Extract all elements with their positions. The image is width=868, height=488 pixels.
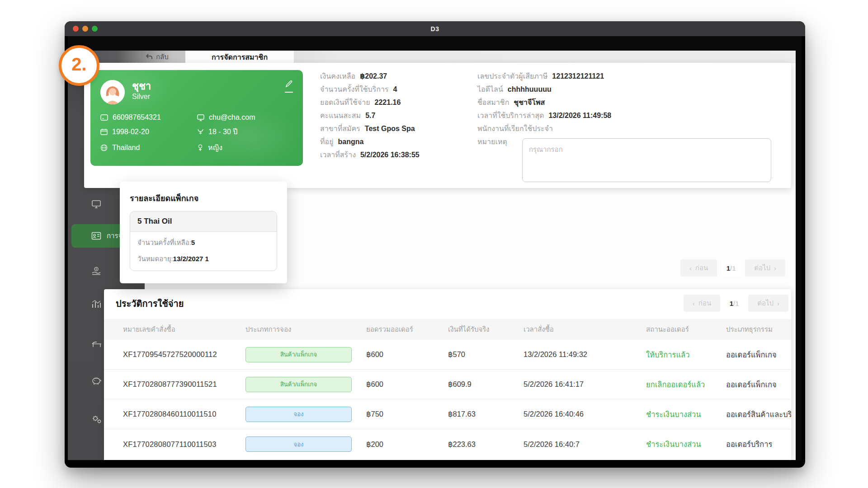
member-phone: 660987654321: [100, 113, 197, 122]
package-popup-title: รายละเอียดแพ็กเกจ: [120, 182, 287, 211]
prev-page-button[interactable]: ‹ ก่อน: [680, 259, 717, 277]
note-label: หมายเหตุ: [477, 138, 507, 145]
info-value: ฿202.37: [360, 72, 387, 80]
cell-status: ยกเลิกออเดอร์แล้ว: [646, 379, 726, 390]
cell-total: ฿750: [366, 410, 448, 418]
table-row[interactable]: XF17702808077110011503 จอง ฿200 ฿223.63 …: [104, 429, 791, 459]
member-card-icon: [91, 232, 101, 240]
cell-received: ฿817.63: [448, 410, 524, 418]
stats-icon: [91, 300, 101, 309]
edit-member-button[interactable]: [285, 80, 293, 93]
prev-page-button[interactable]: ‹ ก่อน: [684, 295, 720, 312]
cell-time: 13/2/2026 11:49:32: [524, 350, 646, 359]
cell-transaction-type: ออเดอร์แพ็กเกจ: [726, 349, 791, 361]
member-detail-panel: ชุชา Silver 6: [84, 63, 791, 188]
back-button-label: กลับ: [156, 52, 169, 62]
package-remaining: จำนวนครั้งที่เหลือ:5: [137, 237, 269, 248]
cell-time: 5/2/2026 16:41:17: [524, 380, 646, 389]
booking-type-badge: จอง: [245, 407, 352, 422]
tab-label: การจัดการสมาชิก: [212, 52, 268, 63]
col-header: เวลาสั่งซื้อ: [524, 324, 646, 335]
col-header: ยอดรวมออเดอร์: [366, 324, 448, 335]
history-table-header: หมายเลขคำสั่งซื้อ ประเภทการจอง ยอดรวมออเ…: [104, 319, 791, 340]
info-label: คะแนนสะสม: [320, 112, 361, 119]
cell-received: ฿570: [448, 350, 524, 359]
booking-type-badge: สินค้า/แพ็กเกจ: [245, 347, 352, 362]
next-page-button[interactable]: ต่อไป ›: [748, 295, 788, 312]
close-window-icon[interactable]: [73, 26, 79, 32]
cell-total: ฿200: [366, 440, 448, 449]
back-button[interactable]: กลับ: [139, 51, 175, 63]
note-input[interactable]: [522, 138, 771, 182]
table-row[interactable]: XF17709545727520000112 สินค้า/แพ็กเกจ ฿6…: [104, 340, 791, 370]
cell-order-no: XF17709545727520000112: [123, 350, 245, 359]
tab-member-management[interactable]: การจัดการสมาชิก: [185, 51, 294, 63]
member-name: ชุชา: [132, 80, 151, 93]
globe-icon: [100, 144, 108, 151]
col-header: เงินที่ได้รับจริง: [448, 324, 524, 335]
calendar-icon: [100, 128, 108, 135]
app-screen: กลับ การจัดการสมาชิก: [68, 51, 796, 460]
info-label: เวลาที่ใช้บริการล่าสุด: [477, 112, 544, 119]
info-label: ยอดเงินที่ใช้จ่าย: [320, 99, 370, 106]
col-header: ประเภทการจอง: [245, 324, 366, 335]
history-table-body: XF17709545727520000112 สินค้า/แพ็กเกจ ฿6…: [104, 340, 791, 459]
cell-status: ชำระเงินบางส่วน: [646, 408, 726, 420]
booking-type-badge: จอง: [245, 436, 352, 452]
phone-card-icon: [100, 114, 108, 121]
member-tier: Silver: [132, 93, 151, 101]
info-label: เลขประจำตัวผู้เสียภาษี: [477, 72, 547, 80]
cell-received: ฿223.63: [448, 440, 524, 449]
member-birthdate: 1998-02-20: [100, 126, 197, 137]
member-country: Thailand: [100, 142, 197, 153]
info-value: chhhhuuuuu: [508, 85, 552, 93]
zoom-window-icon[interactable]: [92, 26, 98, 32]
age-icon: [197, 128, 204, 135]
info-label: ชื่อสมาชิก: [477, 99, 509, 106]
page-indicator: 1/1: [724, 295, 745, 312]
spending-history-title: ประวัติการใช้จ่าย: [116, 296, 184, 311]
cell-status: ให้บริการแล้ว: [646, 349, 726, 361]
cell-transaction-type: ออเดอร์แพ็กเกจ: [726, 379, 791, 390]
member-gender: หญิง: [197, 142, 294, 153]
table-row[interactable]: XF17702808460110011510 จอง ฿750 ฿817.63 …: [104, 399, 791, 429]
cell-order-no: XF17702808077110011503: [123, 440, 245, 449]
package-card[interactable]: 5 Thai Oil จำนวนครั้งที่เหลือ:5 วันหมดอา…: [130, 211, 277, 271]
screenshot-stage: D3 กลับ การจัดการสมาชิก: [0, 0, 868, 488]
app-header: กลับ การจัดการสมาชิก: [68, 51, 796, 63]
cell-time: 5/2/2026 16:40:7: [524, 440, 646, 449]
cell-order-no: XF17702808777390011521: [123, 380, 245, 389]
savings-icon: [91, 376, 102, 385]
member-avatar: [100, 80, 125, 104]
package-details-popup: รายละเอียดแพ็กเกจ 5 Thai Oil จำนวนครั้งท…: [120, 182, 287, 283]
cell-transaction-type: ออเดอร์สินค้าและบริการ: [726, 408, 791, 420]
chevron-right-icon: ›: [777, 300, 779, 307]
next-page-button[interactable]: ต่อไป ›: [745, 259, 785, 277]
info-label: สาขาที่สมัคร: [320, 125, 360, 132]
annotation-step-number: 2.: [71, 54, 86, 75]
info-value: 5.7: [365, 112, 375, 119]
info-value: ชุชาจีโพส: [514, 99, 545, 106]
pencil-icon: [285, 80, 293, 88]
package-name: 5 Thai Oil: [130, 211, 277, 232]
info-label: ที่อยู่: [320, 138, 334, 145]
member-green-card: ชุชา Silver 6: [90, 70, 303, 166]
cell-transaction-type: ออเดอร์บริการ: [726, 438, 791, 450]
booking-type-badge: สินค้า/แพ็กเกจ: [245, 377, 352, 392]
cell-total: ฿600: [366, 380, 448, 389]
cell-status: ชำระเงินบางส่วน: [646, 438, 726, 450]
spending-history-panel: ประวัติการใช้จ่าย ‹ ก่อน 1/1 ต่อไป ›: [104, 289, 791, 460]
member-email: chu@cha.com: [197, 113, 294, 122]
back-arrow-icon: [146, 54, 153, 60]
mac-window: D3 กลับ การจัดการสมาชิก: [65, 21, 805, 468]
table-row[interactable]: XF17702808777390011521 สินค้า/แพ็กเกจ ฿6…: [104, 370, 791, 399]
cell-order-no: XF17702808460110011510: [123, 410, 245, 418]
cell-time: 5/2/2026 16:40:46: [524, 410, 646, 418]
minimize-window-icon[interactable]: [82, 26, 88, 32]
info-value: 5/2/2026 16:38:55: [360, 151, 420, 159]
massage-bed-icon: [91, 340, 102, 348]
info-label: ไอดีไลน์: [477, 85, 503, 93]
info-label: พนักงานที่เรียกใช้ประจำ: [477, 125, 553, 132]
window-titlebar: D3: [65, 21, 805, 36]
info-value: bangna: [338, 138, 364, 145]
